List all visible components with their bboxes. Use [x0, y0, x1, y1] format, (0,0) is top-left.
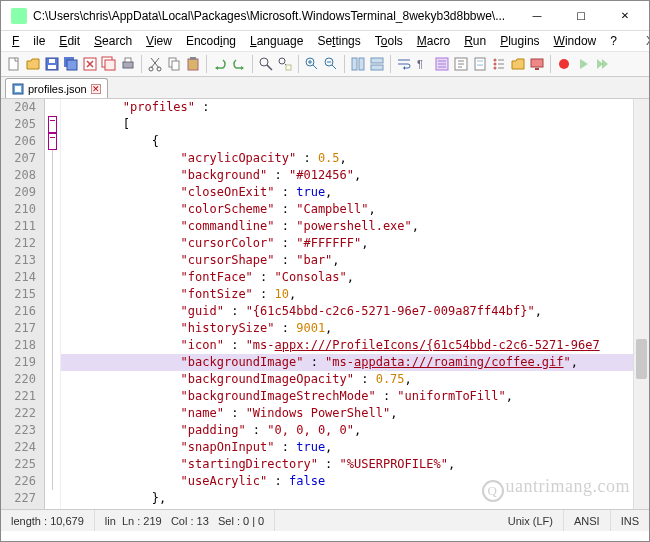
- menu-tools[interactable]: Tools: [368, 32, 410, 50]
- menu-edit[interactable]: Edit: [52, 32, 87, 50]
- close-all-icon[interactable]: [100, 55, 118, 73]
- func-list-icon[interactable]: [490, 55, 508, 73]
- menu-help[interactable]: ?: [603, 32, 624, 50]
- code-line[interactable]: "backgroundImageStrechMode" : "uniformTo…: [61, 388, 649, 405]
- svg-rect-5: [67, 60, 77, 70]
- status-encoding: ANSI: [564, 510, 611, 531]
- code-line[interactable]: },: [61, 490, 649, 507]
- minimize-button[interactable]: —: [515, 1, 559, 31]
- code-line[interactable]: "backgroundImage" : "ms-appdata:///roami…: [61, 354, 649, 371]
- open-file-icon[interactable]: [24, 55, 42, 73]
- save-icon[interactable]: [43, 55, 61, 73]
- new-file-icon[interactable]: [5, 55, 23, 73]
- code-line[interactable]: "historySize" : 9001,: [61, 320, 649, 337]
- record-macro-icon[interactable]: [555, 55, 573, 73]
- code-line[interactable]: "commandline" : "powershell.exe",: [61, 218, 649, 235]
- code-line[interactable]: "profiles" :: [61, 99, 649, 116]
- scrollbar-thumb[interactable]: [636, 339, 647, 379]
- indent-guide-icon[interactable]: [433, 55, 451, 73]
- show-all-chars-icon[interactable]: ¶: [414, 55, 432, 73]
- monitor-icon[interactable]: [528, 55, 546, 73]
- code-line[interactable]: "useAcrylic" : false: [61, 473, 649, 490]
- svg-rect-10: [125, 58, 131, 62]
- vertical-scrollbar[interactable]: [633, 99, 649, 509]
- line-number: 209: [1, 184, 44, 201]
- userlang-icon[interactable]: [452, 55, 470, 73]
- code-area[interactable]: "profiles" : [ { "acrylicOpacity" : 0.5,…: [61, 99, 649, 509]
- fold-column[interactable]: [45, 99, 61, 509]
- menu-encoding[interactable]: Encoding: [179, 32, 243, 50]
- code-line[interactable]: "fontFace" : "Consolas",: [61, 269, 649, 286]
- line-number: 216: [1, 303, 44, 320]
- svg-rect-19: [286, 65, 291, 70]
- svg-point-37: [559, 59, 569, 69]
- svg-rect-22: [352, 58, 357, 70]
- code-line[interactable]: "backgroundImageOpacity" : 0.75,: [61, 371, 649, 388]
- print-icon[interactable]: [119, 55, 137, 73]
- status-eol: Unix (LF): [498, 510, 564, 531]
- menu-macro[interactable]: Macro: [410, 32, 457, 50]
- code-line[interactable]: {: [61, 133, 649, 150]
- code-line[interactable]: "closeOnExit" : true,: [61, 184, 649, 201]
- play-macro-icon[interactable]: [574, 55, 592, 73]
- line-number: 219: [1, 354, 44, 371]
- code-line[interactable]: "colorScheme" : "Campbell",: [61, 201, 649, 218]
- line-number: 226: [1, 473, 44, 490]
- code-line[interactable]: "padding" : "0, 0, 0, 0",: [61, 422, 649, 439]
- menu-language[interactable]: Language: [243, 32, 310, 50]
- sync-h-icon[interactable]: [368, 55, 386, 73]
- redo-icon[interactable]: [230, 55, 248, 73]
- menu-file[interactable]: File: [5, 32, 52, 50]
- menu-search[interactable]: Search: [87, 32, 139, 50]
- status-bar: length : 10,679 lin Ln : 219 Col : 13 Se…: [1, 509, 649, 531]
- tab-profiles-json[interactable]: profiles.json ✕: [5, 78, 108, 98]
- code-line[interactable]: "acrylicOpacity" : 0.5,: [61, 150, 649, 167]
- code-line[interactable]: "cursorColor" : "#FFFFFF",: [61, 235, 649, 252]
- editor[interactable]: 2042052062072082092102112122132142152162…: [1, 99, 649, 509]
- code-line[interactable]: "background" : "#012456",: [61, 167, 649, 184]
- folder-icon[interactable]: [509, 55, 527, 73]
- code-line[interactable]: "snapOnInput" : true,: [61, 439, 649, 456]
- line-number: 220: [1, 371, 44, 388]
- play-multi-icon[interactable]: [593, 55, 611, 73]
- code-line[interactable]: "fontSize" : 10,: [61, 286, 649, 303]
- zoom-in-icon[interactable]: [303, 55, 321, 73]
- wordwrap-icon[interactable]: [395, 55, 413, 73]
- doc-map-icon[interactable]: [471, 55, 489, 73]
- tab-close-icon[interactable]: ✕: [91, 84, 101, 94]
- line-number: 210: [1, 201, 44, 218]
- close-file-icon[interactable]: [81, 55, 99, 73]
- menu-view[interactable]: View: [139, 32, 179, 50]
- menu-x-button[interactable]: X: [638, 32, 650, 50]
- menu-run[interactable]: Run: [457, 32, 493, 50]
- code-line[interactable]: "icon" : "ms-appx:///ProfileIcons/{61c54…: [61, 337, 649, 354]
- save-all-icon[interactable]: [62, 55, 80, 73]
- code-line[interactable]: "name" : "Windows PowerShell",: [61, 405, 649, 422]
- zoom-out-icon[interactable]: [322, 55, 340, 73]
- title-bar: C:\Users\chris\AppData\Local\Packages\Mi…: [1, 1, 649, 31]
- code-line[interactable]: [: [61, 116, 649, 133]
- copy-icon[interactable]: [165, 55, 183, 73]
- maximize-button[interactable]: □: [559, 1, 603, 31]
- code-line[interactable]: "cursorShape" : "bar",: [61, 252, 649, 269]
- sync-v-icon[interactable]: [349, 55, 367, 73]
- menu-settings[interactable]: Settings: [310, 32, 367, 50]
- status-lines: lin Ln : 219 Col : 13 Sel : 0 | 0: [95, 510, 275, 531]
- find-icon[interactable]: [257, 55, 275, 73]
- line-number: 215: [1, 286, 44, 303]
- tab-label: profiles.json: [28, 83, 87, 95]
- svg-rect-31: [477, 64, 483, 66]
- code-line[interactable]: "startingDirectory" : "%USERPROFILE%",: [61, 456, 649, 473]
- paste-icon[interactable]: [184, 55, 202, 73]
- file-icon: [12, 83, 24, 95]
- cut-icon[interactable]: [146, 55, 164, 73]
- close-button[interactable]: ✕: [603, 1, 647, 31]
- replace-icon[interactable]: [276, 55, 294, 73]
- svg-rect-24: [371, 58, 383, 63]
- menu-plugins[interactable]: Plugins: [493, 32, 546, 50]
- code-line[interactable]: "guid" : "{61c54bbd-c2c6-5271-96e7-009a8…: [61, 303, 649, 320]
- line-number: 214: [1, 269, 44, 286]
- undo-icon[interactable]: [211, 55, 229, 73]
- svg-rect-16: [190, 57, 196, 60]
- menu-window[interactable]: Window: [547, 32, 604, 50]
